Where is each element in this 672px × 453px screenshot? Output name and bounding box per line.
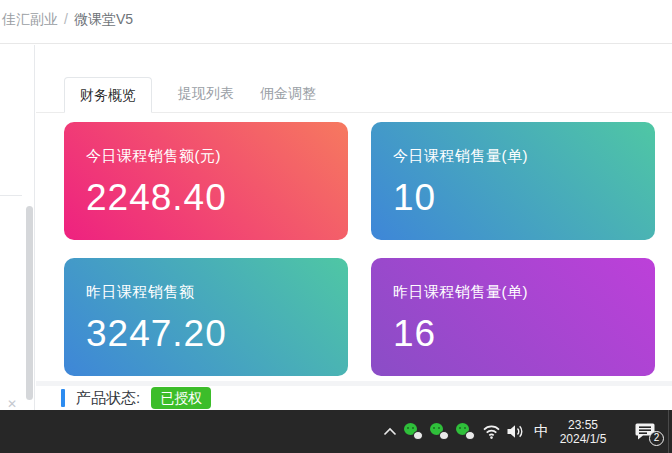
- product-status-row: 产品状态: 已授权: [36, 386, 672, 410]
- finance-panel: 财务概览 提现列表 佣金调整 今日课程销售额(元) 2248.40 今日课程销售…: [36, 45, 672, 381]
- status-accent-bar: [61, 389, 65, 407]
- stat-card-value: 10: [393, 177, 633, 219]
- tab-withdraw-list[interactable]: 提现列表: [178, 76, 234, 112]
- breadcrumb-section[interactable]: 佳汇副业: [2, 11, 58, 27]
- clock-time: 23:55: [559, 418, 607, 432]
- action-center-button[interactable]: 2: [633, 422, 657, 442]
- stat-card-today-sales-amount: 今日课程销售额(元) 2248.40: [64, 122, 348, 240]
- page-header: 佳汇副业/微课堂V5: [0, 0, 672, 44]
- wechat-icon-small-bubble: [465, 431, 475, 440]
- wechat-tray-icon[interactable]: [430, 423, 449, 440]
- windows-taskbar: 中 23:55 2024/1/5 2: [0, 410, 672, 453]
- show-desktop-button[interactable]: [668, 410, 669, 453]
- stat-card-today-sales-count: 今日课程销售量(单) 10: [371, 122, 655, 240]
- wechat-icon-small-bubble: [413, 431, 423, 440]
- speaker-icon: [506, 424, 525, 439]
- wechat-tray-icon[interactable]: [404, 423, 423, 440]
- chevron-up-icon: [383, 427, 397, 436]
- stat-card-label: 昨日课程销售量(单): [393, 283, 633, 302]
- tab-bar: 财务概览 提现列表 佣金调整: [36, 77, 672, 113]
- stat-card-yesterday-sales-amount: 昨日课程销售额 3247.20: [64, 258, 348, 376]
- product-status-label: 产品状态:: [76, 389, 140, 408]
- tab-finance-overview[interactable]: 财务概览: [64, 77, 152, 113]
- volume-button[interactable]: [501, 424, 525, 439]
- network-button[interactable]: [475, 424, 501, 439]
- show-hidden-icons-button[interactable]: [383, 427, 397, 436]
- wifi-icon: [482, 424, 501, 439]
- ime-language-indicator[interactable]: 中: [533, 422, 550, 441]
- stat-card-label: 今日课程销售额(元): [86, 147, 326, 166]
- background-page-edge: ✕: [0, 45, 35, 410]
- taskbar-clock[interactable]: 23:55 2024/1/5: [559, 418, 607, 446]
- stat-cards-grid: 今日课程销售额(元) 2248.40 今日课程销售量(单) 10 昨日课程销售额…: [64, 122, 655, 376]
- tab-commission-adjust[interactable]: 佣金调整: [260, 76, 316, 112]
- breadcrumb-separator: /: [64, 11, 68, 27]
- system-tray: 中 23:55 2024/1/5 2: [383, 418, 657, 446]
- clock-date: 2024/1/5: [559, 432, 607, 446]
- status-badge[interactable]: 已授权: [151, 387, 211, 409]
- breadcrumb: 佳汇副业/微课堂V5: [2, 11, 133, 29]
- stat-card-value: 2248.40: [86, 177, 326, 219]
- close-icon: ✕: [7, 397, 17, 411]
- stat-card-yesterday-sales-count: 昨日课程销售量(单) 16: [371, 258, 655, 376]
- stat-card-label: 昨日课程销售额: [86, 283, 326, 302]
- vertical-scrollbar[interactable]: [26, 206, 33, 400]
- breadcrumb-current-page: 微课堂V5: [74, 11, 133, 27]
- wechat-icon-small-bubble: [439, 431, 449, 440]
- wechat-tray-icon[interactable]: [456, 423, 475, 440]
- background-divider: [0, 195, 22, 196]
- notification-count-badge: 2: [649, 431, 664, 446]
- stat-card-value: 16: [393, 313, 633, 355]
- stat-card-value: 3247.20: [86, 313, 326, 355]
- stat-card-label: 今日课程销售量(单): [393, 147, 633, 166]
